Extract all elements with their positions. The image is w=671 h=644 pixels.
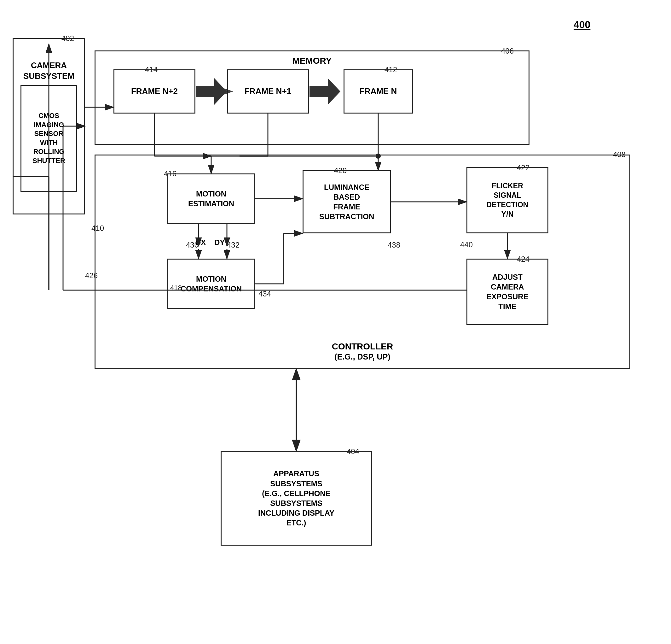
ref-422: 422 — [517, 163, 530, 172]
luminance-box: LUMINANCEBASEDFRAMESUBTRACTION — [303, 170, 391, 233]
ref-406: 406 — [501, 47, 514, 55]
memory-label: MEMORY — [292, 56, 332, 66]
ref-426: 426 — [85, 271, 98, 280]
motion-estimation-box: MOTIONESTIMATION — [167, 173, 255, 224]
ref-420: 420 — [334, 166, 347, 175]
apparatus-box: APPARATUSSUBSYSTEMS(E.G., CELLPHONESUBSY… — [220, 451, 372, 546]
ref-404: 404 — [347, 447, 359, 456]
flicker-box: FLICKERSIGNALDETECTIONY/N — [467, 167, 548, 233]
ref-424: 424 — [517, 255, 530, 264]
ref-418: 418 — [170, 284, 182, 292]
camera-subsystem-box: CAMERASUBSYSTEM CMOSIMAGINGSENSORWITHROL… — [13, 38, 85, 214]
ref-432: 432 — [227, 240, 240, 249]
ref-440: 440 — [460, 240, 473, 249]
ref-412: 412 — [384, 65, 397, 74]
diagram: 400 CAMERASUBSYSTEM CMOSIMAGINGSENSORWIT… — [0, 0, 671, 644]
ref-408-label: 408 — [613, 150, 625, 159]
ref-402: 402 — [62, 34, 74, 43]
ref-438: 438 — [388, 240, 400, 249]
ref-408: 410 — [91, 224, 104, 233]
ref-416: 416 — [164, 169, 177, 178]
ref-430: 430 — [186, 240, 199, 249]
cmos-sensor-box: CMOSIMAGINGSENSORWITHROLLINGSHUTTER — [21, 85, 77, 192]
frame-n2-box: FRAME N+2 — [113, 70, 195, 113]
diagram-title: 400 — [574, 19, 590, 30]
frame-n-box: FRAME N — [343, 70, 413, 113]
frame-n1-box: FRAME N+1 — [227, 70, 309, 113]
controller-label: CONTROLLER(E.G., DSP, UP) — [332, 342, 393, 362]
dy-label: DY — [214, 238, 225, 247]
ref-414: 414 — [145, 65, 157, 74]
camera-subsystem-label: CAMERASUBSYSTEM — [23, 60, 74, 82]
adjust-camera-box: ADJUSTCAMERAEXPOSURETIME — [467, 259, 548, 325]
ref-434: 434 — [258, 289, 271, 298]
